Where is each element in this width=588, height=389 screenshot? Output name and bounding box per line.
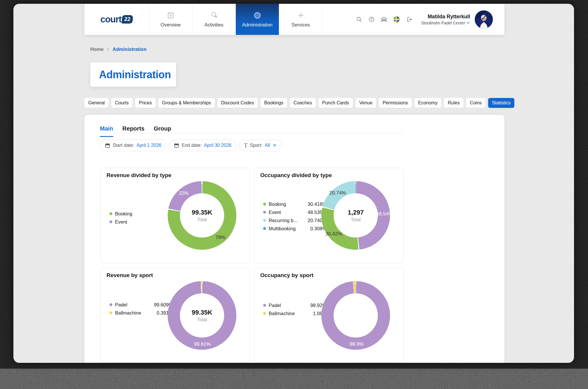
chevron-right-icon — [106, 47, 110, 51]
user-menu[interactable]: Matilda Rytterkull Stockholm Padel Cente… — [421, 4, 470, 35]
nav-item-label: Overview — [161, 22, 181, 28]
court22-logo[interactable]: court22 — [84, 4, 149, 35]
chart-legend: Padel99.609%Ballmachine0.391% — [109, 301, 173, 317]
avatar[interactable] — [475, 10, 493, 28]
legend-label: Event — [269, 210, 281, 215]
tab-prices[interactable]: Prices — [135, 98, 155, 108]
legend-item[interactable]: Ballmachine1.08% — [263, 309, 327, 317]
tab-courts[interactable]: Courts — [111, 98, 132, 108]
legend-label: Ballmachine — [269, 311, 295, 316]
sweden-flag-icon[interactable] — [393, 16, 400, 23]
search-icon[interactable] — [355, 16, 362, 23]
tab-statistics[interactable]: Statistics — [488, 98, 514, 108]
legend-label: Event — [115, 219, 127, 225]
legend-item[interactable]: Ballmachine0.391% — [109, 309, 173, 317]
nav-item-services[interactable]: Services — [279, 4, 323, 35]
legend-dot — [263, 211, 266, 214]
tab-coins[interactable]: Coins — [466, 98, 486, 108]
app-window: court22 Overview Activities — [13, 4, 574, 363]
donut-hole — [334, 193, 378, 238]
legend-item[interactable]: Event — [109, 218, 132, 226]
legend-dot — [263, 203, 266, 206]
legend-dot — [109, 212, 112, 215]
legend-dot — [263, 304, 266, 307]
legend-label: Padel — [269, 303, 281, 308]
racket-icon — [210, 11, 218, 19]
legend-item[interactable]: Recurring b...20.740% — [263, 216, 327, 224]
donut-chart: 78%22% — [168, 181, 236, 250]
subtab-main[interactable]: Main — [100, 125, 113, 137]
subtab-reports[interactable]: Reports — [123, 125, 145, 137]
nav-item-administration[interactable]: Administration — [236, 4, 279, 35]
donut-chart: 99.61% — [168, 281, 236, 350]
legend-dot — [109, 220, 112, 223]
legend-dot — [263, 227, 266, 230]
nav-item-overview[interactable]: Overview — [149, 4, 192, 35]
chart-card-revenue-by-type: Revenue divided by type BookingEvent 78%… — [100, 168, 250, 263]
filter-value: All — [265, 143, 270, 148]
donut-chart: 98.9% — [321, 281, 390, 350]
start-date-filter[interactable]: Start date: April 1 2026 — [100, 140, 166, 151]
calendar-plus-icon — [167, 11, 175, 19]
filter-value: April 30 2026 — [204, 143, 231, 148]
admin-tab-bar: GeneralCourtsPricesGroups & MembershipsD… — [84, 98, 507, 108]
tab-economy[interactable]: Economy — [415, 98, 442, 108]
clear-filter-icon[interactable]: ✕ — [273, 143, 277, 148]
help-icon[interactable] — [368, 16, 375, 23]
sport-filter[interactable]: T Sport: All ✕ — [239, 140, 281, 151]
chart-legend: BookingEvent — [109, 210, 132, 226]
chart-legend: Padel98.92%Ballmachine1.08% — [263, 301, 327, 317]
tab-groups-memberships[interactable]: Groups & Memberships — [158, 98, 215, 108]
legend-dot — [109, 311, 112, 314]
nav-item-label: Services — [291, 22, 310, 28]
tab-discount-codes[interactable]: Discount Codes — [217, 98, 258, 108]
breadcrumb-home[interactable]: Home — [90, 47, 104, 52]
logout-icon[interactable] — [405, 16, 412, 23]
legend-item[interactable]: Padel98.92% — [263, 301, 327, 309]
subtab-bar: Main Reports Group — [100, 125, 171, 137]
slice-label: 22% — [179, 190, 189, 196]
tab-general[interactable]: General — [84, 98, 109, 108]
legend-item[interactable]: Booking — [109, 210, 132, 218]
user-name: Matilda Rytterkull — [428, 14, 470, 20]
gear-icon — [253, 11, 261, 19]
statistics-panel: Main Reports Group Start date: April 1 2… — [84, 115, 504, 363]
subtab-group[interactable]: Group — [154, 125, 171, 137]
legend-label: Multibooking — [269, 226, 296, 231]
chart-title: Revenue divided by type — [107, 172, 171, 179]
tab-permissions[interactable]: Permissions — [379, 98, 412, 108]
legend-item[interactable]: Booking30.416% — [263, 200, 327, 208]
donut-hole — [180, 193, 224, 238]
chart-card-occupancy-by-type: Occupancy divided by type Booking30.416%… — [254, 168, 404, 263]
logo-wordmark: court — [100, 14, 122, 25]
chart-card-occupancy-by-sport: Occupancy by sport Padel98.92%Ballmachin… — [254, 268, 404, 363]
donut-hole — [334, 293, 378, 338]
chevron-down-icon — [466, 21, 470, 25]
calendar-icon — [105, 143, 110, 148]
legend-item[interactable]: Event48.535% — [263, 208, 327, 216]
legend-item[interactable]: Padel99.609% — [109, 301, 173, 309]
legend-dot — [109, 303, 112, 306]
slice-label: 78% — [215, 235, 225, 240]
tab-bookings[interactable]: Bookings — [261, 98, 287, 108]
tab-venue[interactable]: Venue — [355, 98, 376, 108]
slice-label: 98.9% — [350, 341, 364, 347]
slice-label: 48.54% — [376, 211, 393, 217]
warehouse-icon[interactable] — [380, 16, 387, 23]
tab-coaches[interactable]: Coaches — [290, 98, 316, 108]
chart-title: Occupancy divided by type — [260, 172, 332, 179]
tab-rules[interactable]: Rules — [444, 98, 463, 108]
subtab-divider — [100, 133, 403, 133]
legend-item[interactable]: Multibooking0.308% — [263, 224, 327, 233]
filter-label: Sport: — [250, 143, 263, 148]
nav-item-activities[interactable]: Activities — [192, 4, 236, 35]
filter-bar: Start date: April 1 2026 End date: April… — [100, 140, 281, 151]
filter-value: April 1 2026 — [137, 143, 161, 148]
top-navbar: court22 Overview Activities — [84, 4, 504, 35]
chart-legend: Booking30.416%Event48.535%Recurring b...… — [263, 200, 327, 233]
chart-title: Revenue by sport — [107, 272, 153, 279]
chart-title: Occupancy by sport — [260, 272, 314, 279]
end-date-filter[interactable]: End date: April 30 2026 — [169, 140, 236, 151]
text-format-icon: T — [244, 142, 248, 149]
tab-punch-cards[interactable]: Punch Cards — [318, 98, 353, 108]
